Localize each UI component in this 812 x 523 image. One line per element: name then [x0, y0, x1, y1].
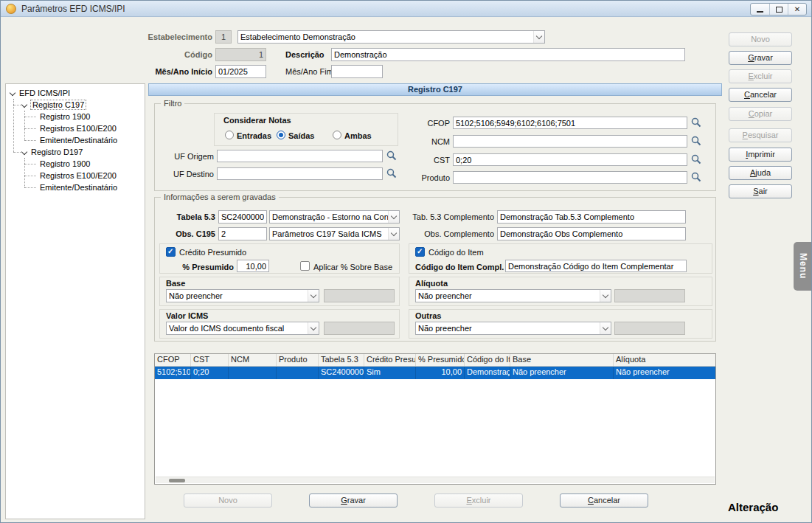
tree-item-registro-1900-d[interactable]: Registro 1900	[6, 158, 145, 170]
aplicar-sobre-base-checkbox[interactable]	[300, 261, 310, 271]
cfop-lookup-button[interactable]	[690, 117, 702, 128]
estabelecimento-combobox[interactable]: Estabelecimento Demonstração	[237, 30, 545, 44]
credito-presumido-box: Crédito Presumido % Presumido Aplicar % …	[159, 243, 400, 274]
grid-column-header[interactable]: NCM	[229, 354, 277, 366]
novo-button: Novo	[729, 32, 792, 46]
maximize-button[interactable]	[769, 4, 788, 15]
tree-item-label: Registro 1900	[40, 112, 91, 121]
grid-cancelar-button[interactable]: Cancelar	[560, 493, 648, 508]
grid-column-header[interactable]: Crédito Presu	[364, 354, 416, 366]
ncm-input[interactable]	[453, 135, 687, 148]
obs-complemento-input[interactable]	[497, 227, 686, 240]
aliquota-combobox[interactable]: Não preencher	[415, 289, 611, 302]
codigo-item-box: Código do Item Código do Item Compl.	[409, 243, 712, 274]
tree-item-registro-d197[interactable]: Registro D197	[6, 146, 145, 158]
cancelar-button[interactable]: Cancelar	[729, 88, 792, 102]
minimize-button[interactable]	[751, 4, 769, 15]
excluir-button: Excluir	[729, 69, 792, 83]
grid-column-header[interactable]: % Presumido	[416, 354, 465, 366]
chevron-down-icon[interactable]	[600, 322, 611, 334]
status-mode-text: Alteração	[728, 501, 778, 513]
uf-destino-input[interactable]	[217, 167, 383, 180]
chevron-down-icon[interactable]	[533, 31, 544, 43]
mes-ano-fim-input[interactable]	[331, 65, 383, 78]
tab53-complemento-input[interactable]	[497, 210, 686, 224]
search-icon	[691, 154, 701, 164]
outras-box: Outras Não preencher	[409, 309, 712, 339]
maximize-icon	[776, 7, 782, 13]
chevron-down-icon[interactable]	[21, 102, 27, 108]
outras-combobox[interactable]: Não preencher	[415, 322, 611, 335]
pct-presumido-input[interactable]	[237, 260, 269, 272]
tree-item-emitente-destinatario-d[interactable]: Emitente/Destinatário	[6, 181, 145, 193]
grid-column-header[interactable]: CST	[191, 354, 229, 366]
close-icon: ✕	[794, 6, 800, 13]
menu-side-tab[interactable]: Menu	[794, 242, 812, 291]
uf-origem-lookup-button[interactable]	[386, 150, 398, 162]
grid-column-header[interactable]: Alíquota	[614, 354, 715, 366]
grid-column-header[interactable]: Produto	[277, 354, 319, 366]
tree-item-registro-1900[interactable]: Registro 1900	[6, 111, 145, 122]
tree-item-registros-e100-e200[interactable]: Registros E100/E200	[6, 122, 145, 134]
aplicar-sobre-base-label[interactable]: Aplicar % Sobre Base	[313, 263, 392, 272]
valor-icms-box: Valor ICMS Valor do ICMS documento fisca…	[159, 309, 400, 339]
app-window: Parâmetros EFD ICMS/IPI ✕ Estabeleciment…	[0, 0, 812, 523]
grid-row[interactable]: 5102;5106;5949;6102;6106;7501 0;20 SC240…	[155, 367, 715, 379]
gravar-button[interactable]: Gravar	[729, 51, 792, 65]
ncm-lookup-button[interactable]	[690, 135, 702, 147]
sair-button[interactable]: Sair	[729, 184, 792, 198]
chevron-down-icon[interactable]	[10, 90, 15, 96]
tree-item-emitente-destinatario[interactable]: Emitente/Destinatário	[6, 134, 145, 146]
radio-saidas[interactable]	[277, 131, 285, 139]
tree-item-label: EFD ICMS/IPI	[19, 89, 70, 97]
obs-c195-code-input[interactable]	[218, 227, 267, 240]
grid-column-header[interactable]: Código do It	[465, 354, 510, 366]
mes-ano-fim-label: Mês/Ano Fim	[285, 67, 333, 77]
chevron-down-icon[interactable]	[308, 290, 319, 302]
codigo-item-checkbox[interactable]	[415, 247, 425, 257]
grid-gravar-button[interactable]: Gravar	[309, 493, 398, 508]
radio-ambas-label[interactable]: Ambas	[344, 131, 372, 141]
mes-ano-inicio-input[interactable]	[215, 65, 266, 78]
chevron-down-icon[interactable]	[600, 290, 611, 302]
cfop-input[interactable]	[453, 117, 687, 129]
grid-column-header[interactable]: Base	[510, 354, 614, 366]
uf-destino-lookup-button[interactable]	[386, 167, 398, 179]
credito-presumido-checkbox[interactable]	[166, 247, 176, 257]
produto-lookup-button[interactable]	[690, 171, 702, 183]
codigo-item-compl-input[interactable]	[505, 260, 687, 272]
valor-icms-combobox[interactable]: Valor do ICMS documento fiscal	[166, 322, 319, 335]
chevron-down-icon[interactable]	[21, 149, 27, 155]
chevron-down-icon[interactable]	[308, 322, 319, 334]
tree-item-registro-c197[interactable]: Registro C197	[6, 99, 145, 111]
radio-saidas-label[interactable]: Saídas	[288, 131, 314, 141]
grid-column-header[interactable]: CFOP	[155, 354, 191, 366]
valor-icms-value: Valor do ICMS documento fiscal	[167, 324, 308, 333]
tree-item-efd-icms-ipi[interactable]: EFD ICMS/IPI	[6, 87, 145, 99]
radio-entradas-label[interactable]: Entradas	[237, 131, 271, 141]
imprimir-button[interactable]: Imprimir	[729, 148, 792, 162]
ajuda-button[interactable]: Ajuda	[729, 166, 792, 180]
tree-item-registros-e100-e200-d[interactable]: Registros E100/E200	[6, 170, 145, 181]
tabela53-code-input[interactable]	[218, 210, 267, 224]
descricao-input[interactable]	[331, 48, 685, 61]
credito-presumido-label[interactable]: Crédito Presumido	[179, 248, 246, 257]
scrollbar-thumb[interactable]	[169, 479, 185, 482]
cst-lookup-button[interactable]	[690, 153, 702, 165]
grid-cell-codigo-item: Demonstração	[465, 367, 510, 379]
produto-input[interactable]	[453, 171, 687, 184]
radio-ambas[interactable]	[333, 131, 341, 139]
grid-cell-cfop: 5102;5106;5949;6102;6106;7501	[155, 367, 191, 379]
cst-input[interactable]	[453, 153, 687, 166]
grid-column-header[interactable]: Tabela 5.3	[319, 354, 364, 366]
uf-origem-input[interactable]	[217, 150, 383, 162]
title-bar[interactable]: Parâmetros EFD ICMS/IPI ✕	[1, 1, 811, 17]
radio-entradas[interactable]	[225, 131, 234, 139]
base-value: Não preencher	[167, 291, 308, 300]
base-combobox[interactable]: Não preencher	[166, 289, 319, 302]
close-button[interactable]: ✕	[788, 4, 806, 15]
grid-horizontal-scrollbar[interactable]	[156, 477, 715, 483]
search-icon	[691, 172, 701, 182]
codigo-item-label[interactable]: Código do Item	[428, 248, 484, 257]
grid-excluir-button: Excluir	[434, 493, 523, 508]
